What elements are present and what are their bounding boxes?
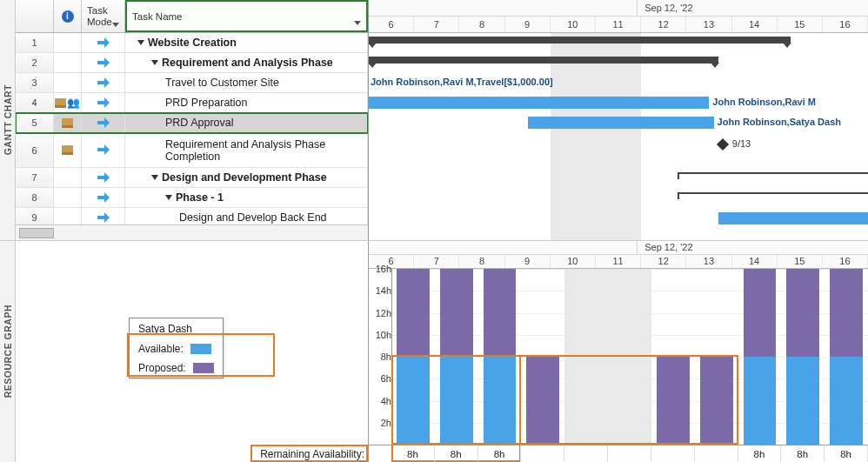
- task-bar-prd-approval[interactable]: [528, 117, 714, 129]
- task-row-6[interactable]: 6Requirement and Analysis Phase Completi…: [16, 133, 368, 168]
- task-row-9[interactable]: 9Design and Develop Back End: [16, 208, 368, 224]
- row-name[interactable]: Travel to Customer Site: [125, 73, 368, 92]
- expand-icon[interactable]: [137, 40, 144, 45]
- col-id[interactable]: [16, 0, 54, 32]
- rg-foot-cell: 8h: [435, 445, 478, 462]
- row-id[interactable]: 8: [16, 188, 54, 207]
- row-id[interactable]: 5: [16, 113, 54, 132]
- col-info[interactable]: i: [54, 0, 82, 32]
- note-icon: [55, 98, 66, 108]
- grid-body: 1Website Creation2Requirement and Analys…: [16, 33, 368, 224]
- day-10: 10: [551, 255, 596, 268]
- task-row-8[interactable]: 8Phase - 1: [16, 188, 368, 208]
- auto-schedule-icon: [97, 118, 110, 128]
- day-13: 13: [686, 17, 731, 32]
- y-label: 16h: [376, 264, 391, 274]
- rg-timescale-period: Sep 12, '22: [638, 241, 868, 254]
- rg-timescale: Sep 12, '22 678910111213141516: [369, 241, 868, 269]
- day-11: 11: [596, 255, 641, 268]
- gantt-chart[interactable]: Sep 12, '22 678910111213141516 John Robi…: [369, 0, 868, 240]
- rg-foot-cell: [564, 445, 608, 462]
- row-name[interactable]: Phase - 1: [125, 188, 368, 207]
- row-mode: [82, 33, 125, 52]
- timescale-period: Sep 12, '22: [638, 0, 868, 16]
- resource-graph-side-label: RESOURCE GRAPH: [0, 241, 16, 462]
- row-info: [54, 133, 82, 167]
- day-11: 11: [596, 17, 641, 32]
- task-row-7[interactable]: 7Design and Development Phase: [16, 168, 368, 188]
- day-16: 16: [823, 255, 868, 268]
- row-name[interactable]: PRD Approval: [125, 113, 368, 132]
- row-id[interactable]: 9: [16, 208, 54, 224]
- gantt-chart-side-label: GANTT CHART: [0, 0, 16, 240]
- y-label: 14h: [376, 285, 391, 296]
- row-info: [54, 113, 82, 132]
- row-mode: [82, 208, 125, 224]
- row-mode: [82, 113, 125, 132]
- auto-schedule-icon: [97, 78, 110, 88]
- day-14: 14: [732, 255, 778, 268]
- task-bar-backend[interactable]: [718, 212, 868, 224]
- auto-schedule-icon: [97, 173, 110, 183]
- expand-icon[interactable]: [165, 195, 172, 200]
- grid-hscroll[interactable]: [16, 224, 368, 240]
- rg-foot-cell: 8h: [738, 445, 782, 462]
- note-icon: [62, 118, 73, 128]
- rg-foot-cell: 8h: [825, 445, 868, 462]
- task-row-5[interactable]: 5PRD Approval: [16, 113, 368, 133]
- row-name[interactable]: Design and Development Phase: [125, 168, 368, 187]
- row-id[interactable]: 6: [16, 133, 54, 167]
- day-8: 8: [459, 17, 504, 32]
- legend-area: Satya Dash Available: Proposed: Remainin…: [16, 241, 369, 462]
- gantt-body[interactable]: John Robinson,Ravi M,Travel[$1,000.00]Jo…: [369, 33, 868, 240]
- row-mode: [82, 93, 125, 112]
- row-id[interactable]: 4: [16, 93, 54, 112]
- scroll-thumb[interactable]: [19, 228, 54, 238]
- milestone-completion[interactable]: [717, 138, 729, 151]
- row-info: 👥: [54, 93, 82, 112]
- day-7: 7: [414, 17, 459, 32]
- task-grid: i Task Mode Task Name 1Website Creation2…: [16, 0, 369, 240]
- day-12: 12: [641, 17, 686, 32]
- row-info: [54, 73, 82, 92]
- task-row-2[interactable]: 2Requirement and Analysis Phase: [16, 53, 368, 73]
- task-row-4[interactable]: 4👥PRD Preparation: [16, 93, 368, 113]
- day-12: 12: [641, 255, 686, 268]
- y-label: 8h: [381, 352, 391, 362]
- y-label: 10h: [376, 330, 391, 340]
- day-7: 7: [414, 255, 459, 268]
- task-bar-prd-prep[interactable]: [369, 97, 709, 109]
- legend-highlight: [127, 333, 275, 377]
- dropdown-icon: [112, 23, 119, 27]
- row-name[interactable]: PRD Preparation: [125, 93, 368, 112]
- row-name[interactable]: Requirement and Analysis Phase: [125, 53, 368, 72]
- task-row-3[interactable]: 3Travel to Customer Site: [16, 73, 368, 93]
- summary-bar-phase1: [678, 192, 868, 199]
- expand-icon[interactable]: [151, 175, 158, 180]
- task-row-1[interactable]: 1Website Creation: [16, 33, 368, 53]
- col-task-name[interactable]: Task Name: [125, 0, 368, 32]
- rg-foot-cell: 8h: [781, 445, 825, 462]
- rg-foot-cell: [608, 445, 651, 462]
- auto-schedule-icon: [97, 145, 110, 155]
- timescale: Sep 12, '22 678910111213141516: [369, 0, 868, 33]
- row-id[interactable]: 1: [16, 33, 54, 52]
- row-name[interactable]: Requirement and Analysis Phase Completio…: [125, 133, 368, 167]
- row-name[interactable]: Design and Develop Back End: [125, 208, 368, 224]
- rg-foot-cell: [651, 445, 695, 462]
- bar-available: [830, 357, 863, 445]
- remaining-label-highlight: [250, 445, 368, 462]
- day-6: 6: [369, 17, 414, 32]
- summary-bar-req: [369, 57, 718, 64]
- resource-graph[interactable]: Sep 12, '22 678910111213141516 16h14h12h…: [369, 241, 868, 462]
- row-name[interactable]: Website Creation: [125, 33, 368, 52]
- expand-icon[interactable]: [151, 60, 158, 65]
- row-id[interactable]: 7: [16, 168, 54, 187]
- row-id[interactable]: 3: [16, 73, 54, 92]
- bar-label-prd-prep: John Robinson,Ravi M: [712, 97, 816, 107]
- row-id[interactable]: 2: [16, 53, 54, 72]
- y-label: 2h: [381, 418, 391, 428]
- day-15: 15: [778, 255, 823, 268]
- col-task-mode[interactable]: Task Mode: [82, 0, 125, 32]
- col-task-mode-l1: Task: [87, 5, 108, 17]
